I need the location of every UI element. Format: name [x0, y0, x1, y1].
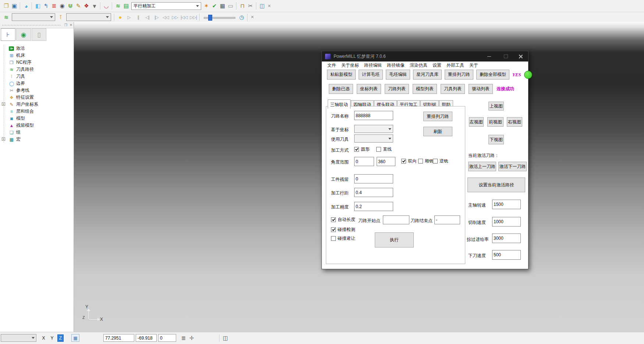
step-back-icon[interactable]: ◁| — [143, 13, 152, 21]
play-icon[interactable]: ▷ — [124, 13, 134, 21]
tab-0[interactable]: 三轴联动 — [328, 99, 351, 109]
save-icon[interactable]: ▣ — [10, 2, 18, 10]
bidirectional-checkbox[interactable]: 双向 — [401, 158, 417, 164]
line-checkbox[interactable]: 直线 — [376, 146, 392, 152]
axis-x-button[interactable]: X — [40, 334, 47, 342]
active-toolpath-combo[interactable] — [12, 13, 55, 21]
stepover-input[interactable] — [354, 188, 393, 197]
go-to-end-icon[interactable]: ▷▷| — [189, 13, 198, 21]
float-panel-icon[interactable]: ❐ — [63, 23, 68, 27]
tree-expander-icon[interactable]: + — [2, 102, 5, 106]
dialog-button[interactable]: 毛坯编辑 — [386, 70, 410, 80]
step-forward-icon[interactable]: |▷ — [152, 13, 161, 21]
collision-check-checkbox[interactable]: 碰撞检测 — [331, 227, 355, 233]
menu-item[interactable]: 渲染仿真 — [407, 62, 430, 69]
toolpath-strategy-combo[interactable]: 平行精加工 — [131, 2, 201, 10]
rapid-move-icon[interactable]: ↰ — [42, 2, 50, 10]
points-icon[interactable]: ❖ — [82, 2, 90, 10]
close-panel-icon[interactable]: ✕ — [68, 23, 74, 27]
tree-item[interactable]: +▦宏 — [0, 136, 74, 143]
tool-check-icon[interactable]: ✔ — [210, 2, 218, 10]
view-bottom-button[interactable]: 下视图 — [488, 135, 504, 144]
set-active-path-button[interactable]: 设置当前激活路径 — [467, 178, 525, 192]
feeds-speeds-icon[interactable]: ≣ — [50, 2, 58, 10]
pattern-pen-icon[interactable]: ✎ — [74, 2, 82, 10]
auto-length-checkbox[interactable]: 自动长度 — [331, 217, 355, 223]
view-front-button[interactable]: 前视图 — [487, 117, 504, 127]
light-bulb-icon[interactable]: ● — [116, 13, 124, 21]
toolpath-small-icon[interactable]: ≋ — [2, 13, 10, 21]
open-file-icon[interactable]: ❐ — [2, 2, 10, 10]
activate-prev-toolpath-button[interactable]: 激活上一刀路 — [468, 162, 496, 171]
calculator-icon[interactable]: ▦ — [218, 2, 227, 10]
tree-item[interactable]: ❒NC程序 — [0, 59, 74, 66]
use-tool-select[interactable] — [354, 134, 393, 143]
coordinate-z-field[interactable]: 0 — [158, 334, 176, 342]
menu-item[interactable]: 关于 — [467, 62, 481, 69]
refresh-button[interactable]: 刷新 — [423, 127, 452, 136]
dual-screen-icon[interactable]: ◫ — [221, 334, 230, 342]
cursor-position-icon[interactable]: ✛ — [188, 334, 196, 342]
toolpath-icon[interactable]: ≋ — [114, 2, 122, 10]
rewind-icon[interactable]: ◁◁ — [161, 13, 170, 21]
climb-mill-checkbox[interactable]: 顺铣 — [418, 158, 434, 164]
block-icon[interactable]: ◧ — [34, 2, 42, 10]
tree-item[interactable]: ≫激活 — [0, 45, 74, 52]
explorer-tab-tree[interactable]: ⊦ — [1, 28, 15, 41]
dialog-button[interactable]: 计算毛坯 — [359, 70, 383, 80]
tree-item[interactable]: ✂参考线 — [0, 87, 74, 94]
tree-item[interactable]: ◙模型 — [0, 115, 74, 122]
tool-pair-icon[interactable]: ⊓ — [238, 2, 246, 10]
view-top-button[interactable]: 上视图 — [488, 102, 504, 110]
dialog-button[interactable]: 重排列刀路 — [445, 70, 473, 80]
panel-grip[interactable] — [2, 25, 61, 26]
explorer-tab-globe[interactable]: ◉ — [16, 28, 31, 41]
tree-item[interactable]: ❏组 — [0, 129, 74, 136]
tree-item[interactable]: ≋刀具路径 — [0, 66, 74, 73]
angle-end-input[interactable] — [377, 157, 395, 166]
close-button[interactable] — [515, 51, 526, 62]
collision-avoid-checkbox[interactable]: 碰撞避让 — [331, 235, 355, 242]
tool-ball-icon[interactable]: ◉ — [58, 2, 66, 10]
execute-button[interactable]: 执行 — [375, 232, 414, 248]
tree-item[interactable]: ⊞机床 — [0, 52, 74, 59]
skim-feed-input[interactable] — [492, 234, 521, 243]
dialog-button[interactable]: 删除已选 — [329, 84, 353, 94]
compare-models-icon[interactable]: ◫ — [258, 2, 266, 10]
tree-item[interactable]: ❖特征设置 — [0, 94, 74, 101]
pause-icon[interactable]: ∥ — [134, 13, 143, 21]
view-left-button[interactable]: 左视图 — [469, 117, 484, 127]
statusbar-combo[interactable] — [1, 334, 36, 342]
tool-small-icon[interactable]: ⊺ — [57, 13, 65, 21]
collision-check-icon[interactable]: ◡ — [102, 2, 110, 10]
dialog-button[interactable]: 刀具列表 — [441, 84, 465, 94]
menu-item[interactable]: 外部工具 — [444, 62, 467, 69]
clock-icon[interactable]: ◷ — [238, 13, 246, 21]
menu-item[interactable]: 路径编辑 — [362, 62, 384, 69]
close-toolbar-icon[interactable]: ✕ — [266, 2, 272, 10]
snap-options-icon[interactable]: ≣ — [179, 334, 188, 342]
toolpath-name-input[interactable] — [354, 111, 393, 120]
dialog-button[interactable]: 驱动列表 — [469, 84, 493, 94]
toolpath-list-icon[interactable]: ▤ — [122, 2, 130, 10]
go-to-start-icon[interactable]: |◁◁ — [179, 13, 189, 21]
menu-item[interactable]: 路径镜像 — [384, 62, 407, 69]
tree-expander-icon[interactable]: + — [2, 137, 5, 141]
tree-item[interactable]: ▲残留模型 — [0, 122, 74, 129]
circle-checkbox[interactable]: 圆形 — [354, 146, 370, 152]
close-toolbar-icon[interactable]: ✕ — [249, 13, 255, 21]
simulate-flash-icon[interactable]: ✶ — [202, 2, 210, 10]
coordinate-x-field[interactable]: 77.2951 — [103, 334, 134, 342]
dialog-titlebar[interactable]: PowerMILL 忆梦星河 7.0.6 — [322, 51, 528, 62]
dialog-button[interactable]: 坐标列表 — [357, 84, 381, 94]
spindle-speed-input[interactable] — [492, 200, 521, 209]
tree-item[interactable]: +✎用户坐标系 — [0, 101, 74, 108]
tolerance-input[interactable] — [354, 202, 393, 211]
grid-toggle-button[interactable]: ▦ — [71, 334, 79, 342]
maximize-button[interactable] — [500, 51, 511, 62]
tree-item[interactable]: ≡层和组合 — [0, 108, 74, 115]
based-coord-select[interactable] — [354, 125, 393, 133]
leads-links-icon[interactable]: ⋓ — [66, 2, 74, 10]
menu-item[interactable]: 文件 — [325, 62, 339, 69]
explorer-tab-trash[interactable]: ▯ — [32, 28, 46, 41]
